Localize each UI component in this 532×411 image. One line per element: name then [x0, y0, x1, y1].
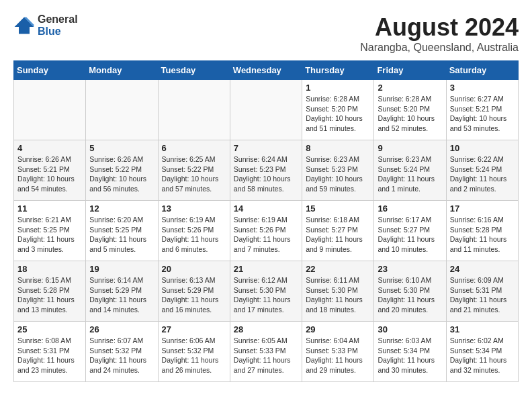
day-info: Sunrise: 6:05 AM Sunset: 5:33 PM Dayligh…	[234, 336, 298, 375]
day-info: Sunrise: 6:28 AM Sunset: 5:20 PM Dayligh…	[306, 94, 370, 134]
logo-general-text: General	[38, 13, 78, 26]
calendar-cell: 27Sunrise: 6:06 AM Sunset: 5:32 PM Dayli…	[158, 322, 230, 382]
day-number: 26	[89, 324, 154, 334]
calendar-cell: 25Sunrise: 6:08 AM Sunset: 5:31 PM Dayli…	[14, 322, 86, 382]
calendar-cell: 31Sunrise: 6:02 AM Sunset: 5:34 PM Dayli…	[446, 322, 518, 382]
week-row-3: 11Sunrise: 6:21 AM Sunset: 5:25 PM Dayli…	[14, 201, 519, 261]
day-number: 21	[234, 264, 298, 274]
page-header: General Blue August 2024 Narangba, Queen…	[13, 13, 519, 54]
calendar-cell: 19Sunrise: 6:14 AM Sunset: 5:29 PM Dayli…	[86, 261, 158, 322]
day-info: Sunrise: 6:23 AM Sunset: 5:23 PM Dayligh…	[306, 154, 370, 194]
day-info: Sunrise: 6:17 AM Sunset: 5:27 PM Dayligh…	[378, 215, 442, 255]
svg-marker-0	[15, 17, 34, 34]
week-row-2: 4Sunrise: 6:26 AM Sunset: 5:21 PM Daylig…	[14, 140, 519, 201]
day-number: 9	[378, 143, 442, 153]
day-number: 10	[450, 143, 515, 153]
weekday-header-sunday: Sunday	[14, 61, 86, 80]
day-info: Sunrise: 6:26 AM Sunset: 5:22 PM Dayligh…	[89, 154, 154, 194]
day-number: 25	[17, 324, 82, 334]
calendar-cell: 24Sunrise: 6:09 AM Sunset: 5:31 PM Dayli…	[446, 261, 518, 322]
calendar-cell: 4Sunrise: 6:26 AM Sunset: 5:21 PM Daylig…	[14, 140, 86, 201]
calendar-cell: 15Sunrise: 6:18 AM Sunset: 5:27 PM Dayli…	[302, 201, 374, 261]
day-info: Sunrise: 6:26 AM Sunset: 5:21 PM Dayligh…	[17, 154, 82, 194]
day-number: 15	[306, 203, 370, 214]
day-number: 14	[234, 203, 298, 214]
weekday-header-row: SundayMondayTuesdayWednesdayThursdayFrid…	[14, 61, 519, 80]
day-number: 24	[450, 264, 515, 274]
calendar-cell	[158, 80, 230, 140]
calendar-cell: 28Sunrise: 6:05 AM Sunset: 5:33 PM Dayli…	[230, 322, 302, 382]
calendar-cell: 18Sunrise: 6:15 AM Sunset: 5:28 PM Dayli…	[14, 261, 86, 322]
calendar-table: SundayMondayTuesdayWednesdayThursdayFrid…	[13, 60, 519, 382]
day-number: 28	[234, 324, 298, 334]
weekday-header-saturday: Saturday	[446, 61, 518, 80]
calendar-cell	[14, 80, 86, 140]
title-block: August 2024 Narangba, Queensland, Austra…	[360, 13, 519, 54]
logo-text: General Blue	[38, 13, 78, 37]
calendar-cell: 9Sunrise: 6:23 AM Sunset: 5:24 PM Daylig…	[374, 140, 446, 201]
week-row-5: 25Sunrise: 6:08 AM Sunset: 5:31 PM Dayli…	[14, 322, 519, 382]
main-title: August 2024	[360, 13, 519, 42]
week-row-1: 1Sunrise: 6:28 AM Sunset: 5:20 PM Daylig…	[14, 80, 519, 140]
day-info: Sunrise: 6:06 AM Sunset: 5:32 PM Dayligh…	[162, 336, 226, 375]
day-info: Sunrise: 6:10 AM Sunset: 5:30 PM Dayligh…	[378, 275, 442, 315]
day-info: Sunrise: 6:12 AM Sunset: 5:30 PM Dayligh…	[234, 275, 298, 315]
day-info: Sunrise: 6:21 AM Sunset: 5:25 PM Dayligh…	[17, 215, 82, 255]
logo-blue-text: Blue	[38, 26, 78, 38]
weekday-header-friday: Friday	[374, 61, 446, 80]
day-info: Sunrise: 6:07 AM Sunset: 5:32 PM Dayligh…	[89, 336, 154, 375]
day-info: Sunrise: 6:03 AM Sunset: 5:34 PM Dayligh…	[378, 336, 442, 375]
day-number: 2	[378, 83, 442, 93]
day-number: 29	[306, 324, 370, 334]
calendar-cell: 20Sunrise: 6:13 AM Sunset: 5:29 PM Dayli…	[158, 261, 230, 322]
day-info: Sunrise: 6:09 AM Sunset: 5:31 PM Dayligh…	[450, 275, 515, 315]
calendar-cell: 11Sunrise: 6:21 AM Sunset: 5:25 PM Dayli…	[14, 201, 86, 261]
day-info: Sunrise: 6:11 AM Sunset: 5:30 PM Dayligh…	[306, 275, 370, 315]
day-number: 20	[162, 264, 226, 274]
day-number: 31	[450, 324, 515, 334]
day-info: Sunrise: 6:19 AM Sunset: 5:26 PM Dayligh…	[234, 215, 298, 255]
weekday-header-thursday: Thursday	[302, 61, 374, 80]
day-number: 18	[17, 264, 82, 274]
calendar-cell: 16Sunrise: 6:17 AM Sunset: 5:27 PM Dayli…	[374, 201, 446, 261]
day-number: 7	[234, 143, 298, 153]
calendar-cell: 2Sunrise: 6:28 AM Sunset: 5:20 PM Daylig…	[374, 80, 446, 140]
day-info: Sunrise: 6:22 AM Sunset: 5:24 PM Dayligh…	[450, 154, 515, 194]
calendar-cell: 3Sunrise: 6:27 AM Sunset: 5:21 PM Daylig…	[446, 80, 518, 140]
day-info: Sunrise: 6:13 AM Sunset: 5:29 PM Dayligh…	[162, 275, 226, 315]
calendar-cell: 14Sunrise: 6:19 AM Sunset: 5:26 PM Dayli…	[230, 201, 302, 261]
calendar-cell: 1Sunrise: 6:28 AM Sunset: 5:20 PM Daylig…	[302, 80, 374, 140]
day-number: 30	[378, 324, 442, 334]
calendar-cell: 30Sunrise: 6:03 AM Sunset: 5:34 PM Dayli…	[374, 322, 446, 382]
day-number: 16	[378, 203, 442, 214]
day-info: Sunrise: 6:02 AM Sunset: 5:34 PM Dayligh…	[450, 336, 515, 375]
calendar-cell: 29Sunrise: 6:04 AM Sunset: 5:33 PM Dayli…	[302, 322, 374, 382]
day-info: Sunrise: 6:18 AM Sunset: 5:27 PM Dayligh…	[306, 215, 370, 255]
day-info: Sunrise: 6:23 AM Sunset: 5:24 PM Dayligh…	[378, 154, 442, 194]
day-number: 4	[17, 143, 82, 153]
calendar-cell: 5Sunrise: 6:26 AM Sunset: 5:22 PM Daylig…	[86, 140, 158, 201]
day-number: 13	[162, 203, 226, 214]
weekday-header-monday: Monday	[86, 61, 158, 80]
day-number: 22	[306, 264, 370, 274]
calendar-cell: 21Sunrise: 6:12 AM Sunset: 5:30 PM Dayli…	[230, 261, 302, 322]
day-info: Sunrise: 6:24 AM Sunset: 5:23 PM Dayligh…	[234, 154, 298, 194]
calendar-cell: 10Sunrise: 6:22 AM Sunset: 5:24 PM Dayli…	[446, 140, 518, 201]
weekday-header-tuesday: Tuesday	[158, 61, 230, 80]
day-info: Sunrise: 6:16 AM Sunset: 5:28 PM Dayligh…	[450, 215, 515, 255]
weekday-header-wednesday: Wednesday	[230, 61, 302, 80]
day-info: Sunrise: 6:14 AM Sunset: 5:29 PM Dayligh…	[89, 275, 154, 315]
day-number: 1	[306, 83, 370, 93]
calendar-cell	[86, 80, 158, 140]
week-row-4: 18Sunrise: 6:15 AM Sunset: 5:28 PM Dayli…	[14, 261, 519, 322]
calendar-cell: 22Sunrise: 6:11 AM Sunset: 5:30 PM Dayli…	[302, 261, 374, 322]
day-info: Sunrise: 6:27 AM Sunset: 5:21 PM Dayligh…	[450, 94, 515, 134]
day-number: 23	[378, 264, 442, 274]
day-number: 8	[306, 143, 370, 153]
day-info: Sunrise: 6:19 AM Sunset: 5:26 PM Dayligh…	[162, 215, 226, 255]
day-number: 17	[450, 203, 515, 214]
day-info: Sunrise: 6:28 AM Sunset: 5:20 PM Dayligh…	[378, 94, 442, 134]
calendar-cell: 23Sunrise: 6:10 AM Sunset: 5:30 PM Dayli…	[374, 261, 446, 322]
calendar-cell: 6Sunrise: 6:25 AM Sunset: 5:22 PM Daylig…	[158, 140, 230, 201]
logo-icon	[13, 16, 35, 35]
